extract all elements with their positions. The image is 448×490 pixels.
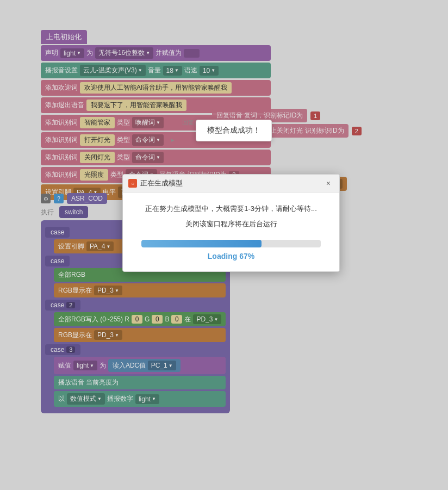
modal-body: 正在努力生成模型中，大概需要1-3分钟，请耐心等待... 关闭该窗口程序将在后台…	[123, 193, 339, 271]
modal-overlay: ○ 正在生成模型 × 正在努力生成模型中，大概需要1-3分钟，请耐心等待... …	[0, 0, 448, 490]
success-text: 模型合成成功！	[207, 126, 260, 134]
progress-bar	[141, 240, 262, 247]
modal-title: 正在生成模型	[140, 178, 183, 188]
workspace: 上电初始化 声明 light 为 无符号16位整数 并赋值为 播报音设置 云儿-…	[0, 0, 448, 490]
progress-text: Loading 67%	[136, 252, 326, 260]
modal-icon: ○	[128, 179, 137, 188]
modal-dialog: ○ 正在生成模型 × 正在努力生成模型中，大概需要1-3分钟，请耐心等待... …	[122, 174, 340, 272]
progress-container	[141, 240, 321, 247]
modal-close-button[interactable]: ×	[323, 178, 334, 189]
success-toast: 模型合成成功！	[196, 120, 272, 141]
modal-message1: 正在努力生成模型中，大概需要1-3分钟，请耐心等待...	[136, 203, 326, 215]
modal-title-left: ○ 正在生成模型	[128, 178, 183, 188]
modal-titlebar: ○ 正在生成模型 ×	[123, 175, 339, 193]
modal-message2: 关闭该窗口程序将在后台运行	[136, 219, 326, 229]
